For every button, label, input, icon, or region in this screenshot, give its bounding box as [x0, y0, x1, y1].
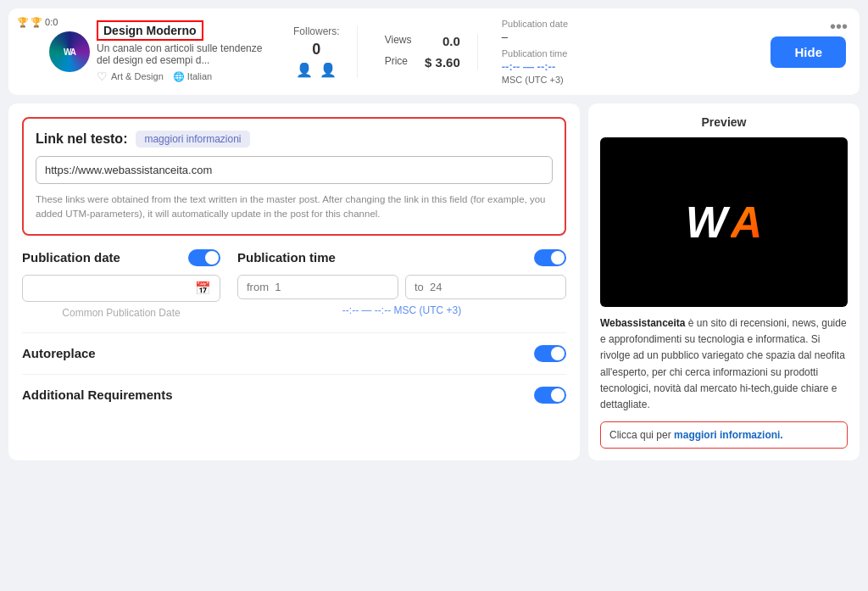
time-inputs-row [237, 275, 566, 299]
trophy-badge: 🏆 🏆 0:0 [17, 17, 58, 28]
channel-description: Un canale con articoli sulle tendenze de… [97, 42, 266, 66]
autoreplace-row: Autoreplace [22, 332, 566, 374]
heart-icon: ♡ [97, 70, 108, 83]
pub-time-row: Publication time --:-- — --:-- MSC (UTC … [502, 48, 748, 85]
pub-date-label: Publication date [502, 19, 748, 29]
pub-date-setting: Publication date 📅 Common Publication Da… [22, 249, 220, 319]
top-card: 🏆 🏆 0:0 WA Design Moderno Un canale con … [8, 8, 860, 95]
link-helper-text: These links were obtained from the text … [36, 192, 553, 222]
channel-category: Art & Design [111, 71, 164, 81]
channel-name: Design Moderno [97, 20, 203, 41]
views-value: 0.0 [442, 34, 460, 48]
channel-language: 🌐 Italian [173, 71, 212, 82]
pub-time-title: Publication time [237, 250, 336, 265]
pub-settings-row: Publication date 📅 Common Publication Da… [22, 249, 566, 319]
pub-time-header: Publication time [237, 249, 566, 266]
more-options-button[interactable]: ••• [830, 17, 848, 36]
pub-date-dash: – [502, 31, 748, 43]
wa-logo-w: W [686, 200, 727, 244]
additional-requirements-toggle[interactable] [534, 387, 566, 404]
main-content: Link nel testo: maggiori informazioni Th… [8, 103, 860, 460]
pub-time-label: Publication time [502, 48, 748, 59]
pub-date-row: Publication date – [502, 19, 748, 43]
preview-cta-link[interactable]: maggiori informazioni. [674, 429, 783, 441]
price-value: $ 3.60 [425, 55, 460, 70]
date-input[interactable] [31, 282, 195, 294]
views-price-block: Views 0.0 Price $ 3.60 [368, 34, 478, 70]
followers-value: 0 [312, 41, 320, 59]
right-panel: Preview W A Webassistanceita è un sito d… [588, 103, 860, 460]
time-display: --:-- — --:-- [342, 304, 391, 316]
preview-cta-text: Clicca qui per [609, 429, 674, 441]
date-input-row: 📅 [22, 275, 220, 302]
channel-info: WA Design Moderno Un canale con articoli… [49, 20, 266, 83]
avatar-image: WA [49, 31, 90, 72]
publication-block: Publication date – Publication time --:-… [488, 19, 761, 85]
link-url-input[interactable] [36, 156, 553, 184]
link-section-label: Link nel testo: [36, 131, 127, 147]
followers-label: Followers: [293, 25, 340, 37]
common-pub-date-label: Common Publication Date [22, 307, 220, 319]
follower-icons: 👤 👤 [296, 62, 337, 78]
preview-title: Preview [600, 115, 848, 129]
additional-requirements-label: Additional Requirements [22, 387, 173, 402]
user-icon-pink: 👤 [320, 62, 337, 78]
timezone-label: MSC (UTC +3) [393, 304, 461, 316]
hide-button[interactable]: Hide [771, 36, 846, 68]
autoreplace-label: Autoreplace [22, 346, 96, 360]
followers-block: Followers: 0 👤 👤 [276, 25, 358, 78]
time-to-input[interactable] [405, 275, 566, 299]
calendar-icon[interactable]: 📅 [195, 281, 211, 296]
pub-date-header: Publication date [22, 249, 220, 266]
views-row: Views 0.0 [385, 34, 460, 48]
wa-logo: W A [686, 200, 763, 244]
channel-name-row: Design Moderno [97, 20, 266, 41]
pub-timezone: MSC (UTC +3) [502, 75, 748, 85]
trophy-icon: 🏆 [17, 17, 29, 28]
time-from-input[interactable] [237, 275, 398, 299]
price-label: Price [385, 55, 408, 70]
channel-meta: ♡ Art & Design 🌐 Italian [97, 70, 266, 83]
channel-avatar: WA [49, 31, 90, 72]
time-msc-label: --:-- — --:-- MSC (UTC +3) [237, 304, 566, 316]
preview-description-text: è un sito di recensioni, news, guide e a… [600, 317, 847, 410]
link-section: Link nel testo: maggiori informazioni Th… [22, 117, 566, 236]
user-icon-blue: 👤 [296, 62, 313, 78]
link-tag: maggiori informazioni [136, 131, 249, 148]
pub-date-toggle[interactable] [188, 249, 220, 266]
pub-time-toggle[interactable] [534, 249, 566, 266]
pub-date-title: Publication date [22, 250, 120, 265]
pub-time-setting: Publication time --:-- — --:-- MSC (UTC … [237, 249, 566, 319]
additional-requirements-row: Additional Requirements [22, 374, 566, 415]
pub-time-dash: --:-- — --:-- [502, 60, 748, 73]
price-row: Price $ 3.60 [385, 55, 460, 70]
left-panel: Link nel testo: maggiori informazioni Th… [8, 103, 580, 460]
preview-brand-name: Webassistanceita [600, 317, 686, 329]
channel-text-block: Design Moderno Un canale con articoli su… [97, 20, 266, 83]
views-label: Views [385, 34, 412, 48]
autoreplace-toggle[interactable] [534, 345, 566, 362]
preview-image: W A [600, 137, 848, 307]
preview-cta-box: Clicca qui per maggiori informazioni. [600, 421, 848, 449]
preview-description: Webassistanceita è un sito di recensioni… [600, 315, 848, 413]
link-label-row: Link nel testo: maggiori informazioni [36, 131, 553, 148]
wa-logo-a: A [731, 200, 763, 244]
